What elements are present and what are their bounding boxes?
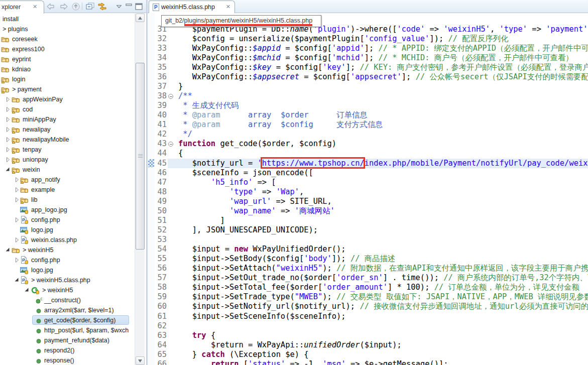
tree-item-weixinh5[interactable]: > weixinH5 [0,285,135,295]
close-icon[interactable]: ✕ [226,4,230,10]
chevron-collapsed-icon[interactable] [4,156,12,164]
tree-item-weixin[interactable]: weixin [0,165,135,175]
editor-tab[interactable]: P weixinH5.class.php ✕ [149,1,235,14]
tree-item-label: coreseek [12,36,38,43]
code-line[interactable]: * @param array $order 订单信息 [178,110,368,120]
view-menu-button[interactable] [113,2,125,12]
tree-item-config-php[interactable]: Pconfig.php [0,255,135,265]
chevron-expanded-icon[interactable] [4,246,12,254]
tree-item-cod[interactable]: cod [0,104,135,114]
code-line[interactable]: $input->SetOut_trade_no($order['order_sn… [178,273,588,283]
tree-item-kdniao[interactable]: kdniao [0,64,135,74]
code-line[interactable]: WxPayConfig::$mchid = $config['mchid']; … [178,53,573,63]
tree-item-appweixinpay[interactable]: appWeixinPay [0,94,135,104]
maximize-button[interactable] [134,2,145,12]
tree-item-example[interactable]: example [0,185,135,195]
code-line[interactable]: WxPayConfig::$key = $config['key']; // K… [178,63,588,72]
code-line[interactable]: $sceneInfo = json_encode([ [178,168,313,178]
code-line[interactable]: $notify_url = 'https://www.tpshop.cn/ind… [178,159,588,168]
code-line[interactable]: */ [178,130,192,139]
tree-item-http-post-url-param-wxch[interactable]: http_post($url, $param, $wxch [0,325,135,335]
scroll-up-button[interactable] [136,14,145,22]
code-line[interactable]: * 生成支付代码 [178,101,239,110]
code-line[interactable]: $config = unserialize($paymentPlugin['co… [178,34,509,44]
tree-item-plugins[interactable]: > plugins [0,24,135,34]
tree-item-express100[interactable]: express100 [0,44,135,54]
minimize-button[interactable] [124,2,135,12]
chevron-expanded-icon[interactable] [23,286,31,294]
tree-item-newalipaymobile[interactable]: newalipayMobile [0,135,135,145]
tree-scrollbar[interactable] [135,14,145,365]
code-line[interactable]: ] [178,216,225,225]
tree-item-app-notify[interactable]: app_notify [0,175,135,185]
code-line[interactable]: 'type' => 'Wap', [178,187,304,197]
fold-marker[interactable] [168,142,173,147]
tree-item-miniapppay[interactable]: miniAppPay [0,114,135,125]
tree-item-lib[interactable]: lib [0,195,135,205]
tree-item-weixinh5-class-php[interactable]: P> weixinH5.class.php [0,275,135,285]
forward-button[interactable] [58,2,69,12]
code-line[interactable]: $input = new WxPayUnifiedOrder(); [178,245,346,254]
tree-item--construct-[interactable]: c__construct() [0,295,135,305]
code-line[interactable]: $input->SetNotify_url($notify_url); // 接… [178,302,588,311]
annotation-ruler[interactable] [148,13,155,365]
chevron-collapsed-icon[interactable] [4,105,12,113]
code-line[interactable]: 'wap_name' => '商城网站' [178,206,335,216]
tree-item-logo-jpg[interactable]: logo.jpg [0,225,135,235]
code-line[interactable]: $input->SetSceneInfo($sceneInfo); [178,312,346,321]
tree-item-install[interactable]: install [0,14,135,24]
explorer-tab[interactable]: xplorer ✕ [0,1,44,14]
collapse-all-button[interactable] [84,2,95,12]
tree-item-array2xml-arr-level-1-[interactable]: array2xml($arr, $level=1) [0,305,135,315]
chevron-collapsed-icon[interactable] [4,146,12,154]
tree-item-logo-jpg[interactable]: logo.jpg [0,265,135,275]
code-line[interactable]: } [178,82,183,91]
tree-item-config-php[interactable]: Pconfig.php [0,215,135,225]
tree-item-payment[interactable]: > payment [0,84,135,94]
chevron-collapsed-icon[interactable] [4,136,12,144]
up-button[interactable] [70,2,81,12]
close-icon[interactable]: ✕ [33,4,37,10]
code-line[interactable]: * @param array $config 支付方式信息 [178,120,383,130]
chevron-collapsed-icon[interactable] [4,126,12,134]
fold-marker[interactable] [168,94,173,99]
chevron-expanded-icon[interactable] [4,166,12,174]
tree-item-weixin-class-php[interactable]: Pweixin.class.php [0,235,135,245]
chevron-collapsed-icon[interactable] [4,115,12,124]
link-with-editor-button[interactable] [96,2,107,12]
code-line[interactable]: try { [178,331,215,340]
tree-item-login[interactable]: login [0,74,135,84]
tree-item-get-code-order-config-[interactable]: get_code($order, $config) [0,315,135,325]
code-line[interactable]: 'h5_info' => [ [178,178,276,187]
tree-item-weixinh5[interactable]: > weixinH5 [0,245,135,255]
code-line[interactable]: $input->SetAttach("weixinH5"); // 附加数据，在… [178,264,588,273]
code-line[interactable]: 'wap_url' => SITE_URL, [178,197,332,206]
code-line[interactable]: ], JSON_UNESCAPED_UNICODE); [178,225,318,235]
code-line[interactable]: function get_code($order, $config) [178,139,336,149]
tree-item-payment-refund-data-[interactable]: payment_refund($data) [0,335,135,345]
back-button[interactable] [45,2,56,12]
image-icon [20,206,28,214]
tree-item-tenpay[interactable]: tenpay [0,145,135,155]
scrollbar-thumb[interactable] [136,63,145,250]
code-line[interactable]: WxPayConfig::$appid = $config['appid']; … [178,44,588,53]
tree-item-respond2-[interactable]: respond2() [0,345,135,355]
code-line[interactable]: $return = WxPayApi::unifiedOrder($input)… [178,340,402,350]
tree-item-unionpay[interactable]: unionpay [0,155,135,165]
code-line[interactable]: $input->SetTrade_type("MWEB"); // 交易类型 取… [178,292,588,302]
tree-item-label: weixin.class.php [31,236,77,244]
tree-item-coreseek[interactable]: coreseek [0,34,135,44]
tree-item-newalipay[interactable]: newalipay [0,125,135,135]
code-line[interactable]: WxPayConfig::$appsecret = $config['appse… [178,72,588,82]
chevron-collapsed-icon[interactable] [4,95,12,103]
code-line[interactable]: /** [178,91,192,101]
tree-item-app-logo-jpg[interactable]: app_logo.jpg [0,205,135,215]
code-line[interactable]: $input->SetBody($config['body']); // 商品描… [178,254,395,264]
code-line[interactable]: return ['status' => -1, 'msg' => $e->get… [178,359,448,365]
code-line[interactable]: $input->SetTotal_fee($order['order_amoun… [178,283,579,292]
tree-item-response-[interactable]: response() [0,355,135,365]
code-line[interactable]: { [178,149,183,158]
tree-item-eyprint[interactable]: eyprint [0,54,135,64]
scroll-down-button[interactable] [136,356,145,365]
code-line[interactable]: } catch (\Exception $e) { [178,350,309,359]
